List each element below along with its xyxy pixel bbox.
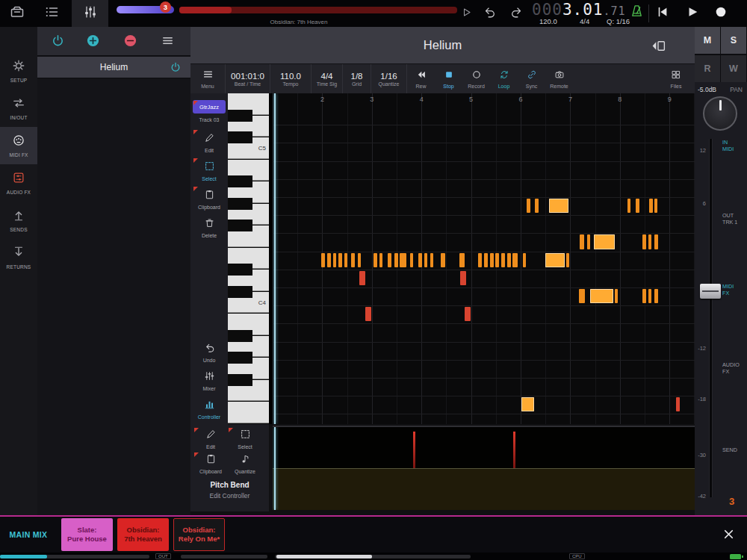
midi-note[interactable] [379,253,382,267]
midi-note[interactable] [648,289,651,303]
metronome-button[interactable] [628,4,645,20]
transport-sync-button[interactable]: Sync [518,64,545,93]
ruler-bar-label[interactable]: 3 [370,96,374,103]
piano-key-black[interactable] [228,131,252,143]
redo-button[interactable] [509,5,525,22]
tool-controller-button[interactable]: Controller [193,396,226,423]
ruler-bar-label[interactable]: 7 [568,96,572,103]
midi-note[interactable] [566,253,569,267]
toolbar-field-beat-time[interactable]: 001:01:0Beat / Time [226,64,270,93]
record-button[interactable] [713,5,729,22]
midi-note[interactable] [507,253,511,267]
play-outline-button[interactable] [458,5,474,22]
tool-select-button[interactable]: Select [228,427,262,451]
routing-label-send[interactable]: SEND [722,447,746,453]
sidebar-item-in-out[interactable]: IN/OUT [0,90,37,127]
midi-note[interactable] [358,253,361,267]
piano-key-black[interactable] [228,198,252,210]
midi-note[interactable] [321,253,325,267]
sidebar-item-sends[interactable]: SENDS [0,202,37,239]
pan-knob[interactable] [703,96,737,131]
midi-note[interactable] [327,253,331,267]
save-button[interactable] [9,5,25,22]
tool-edit-button[interactable]: Edit [193,427,228,451]
midi-note[interactable] [333,253,336,267]
piano-key-black[interactable] [228,175,252,187]
midi-note[interactable] [648,234,651,249]
power-icon[interactable] [170,61,182,76]
play-button[interactable] [684,5,701,22]
midi-note[interactable] [636,199,639,213]
midi-note[interactable] [590,289,613,303]
tool-edit-button[interactable]: Edit [193,129,226,156]
tool-clipboard-button[interactable]: Clipboard [193,452,228,476]
track-selector[interactable]: GtrJazzTrack 03 [193,95,226,128]
toolbar-field-quantize[interactable]: 1/16Quantize [371,64,407,93]
sidebar-item-audio-fx[interactable]: AUDIO FX [0,164,37,202]
midi-note[interactable] [365,307,371,321]
midi-note[interactable] [441,253,445,267]
pitch-bend-event[interactable] [513,432,515,468]
piano-roll-grid[interactable]: 23456789 [273,93,695,424]
piano-key-black[interactable] [228,330,252,342]
routing-label-outtrk1[interactable]: OUTTRK 1 [722,212,746,225]
tool-select-button[interactable]: Select [193,158,226,184]
midi-note[interactable] [418,253,422,267]
piano-key-black[interactable] [228,352,252,364]
midi-note[interactable] [580,234,584,249]
midi-note[interactable] [460,271,466,285]
controller-name[interactable]: Pitch Bend [190,481,269,489]
tab-slate-pure-house[interactable]: Slate:Pure House [61,518,113,551]
piano-key-black[interactable] [228,374,252,386]
fader-track[interactable] [709,139,713,497]
midi-note[interactable] [501,253,505,267]
sidebar-item-returns[interactable]: RETURNS [0,239,37,276]
midi-note[interactable] [400,253,406,267]
midi-note[interactable] [521,397,534,411]
piano-key-black[interactable] [228,264,252,276]
routing-label-inmidi[interactable]: INMIDI [722,139,746,152]
midi-note[interactable] [535,199,539,213]
tool-quantize-button[interactable]: Quantize [228,452,262,476]
midi-note[interactable] [594,234,615,249]
track-patch-badge[interactable]: GtrJazz [193,100,226,113]
piano-key-e3[interactable] [228,402,269,423]
position-display[interactable]: 0003.01.71 [532,1,626,19]
toolbar-field-grid[interactable]: 1/8Grid [343,64,371,93]
tool-clipboard-button[interactable]: Clipboard [193,186,226,213]
sidebar-item-setup[interactable]: SETUP [0,52,37,90]
skip-to-start-button[interactable] [654,5,671,22]
time-signature-value[interactable]: 4/4 [580,17,589,25]
pitch-bend-event[interactable] [413,432,415,468]
midi-note[interactable] [484,253,488,267]
quantize-value[interactable]: Q: 1/16 [607,17,630,25]
tool-undo-button[interactable]: Undo [193,339,226,366]
midi-note[interactable] [649,199,653,213]
midi-note[interactable] [654,234,658,249]
midi-note[interactable] [344,253,347,267]
channel-button-s[interactable]: S [721,27,746,54]
routing-label-audiofx[interactable]: AUDIOFX [722,361,746,375]
toolbar-field-time-sig[interactable]: 4/4Time Sig [311,64,343,93]
midi-note[interactable] [523,253,526,267]
midi-note[interactable] [627,199,630,213]
channel-button-w[interactable]: W [721,55,746,82]
midi-note[interactable] [410,253,413,267]
tool-delete-button[interactable]: Delete [193,214,226,241]
files-button[interactable]: Files [657,64,695,93]
song-list-button[interactable] [43,5,60,22]
mixer-view-button[interactable] [72,0,108,27]
transport-rew-button[interactable]: Rew [407,64,435,93]
midi-note[interactable] [351,253,355,267]
tab-main-mix[interactable]: MAIN MIX [0,530,57,539]
midi-note[interactable] [676,397,680,411]
midi-note[interactable] [394,253,398,267]
routing-label-midifx[interactable]: MIDIFX [722,283,746,296]
remove-track-button[interactable] [122,34,138,50]
midi-note[interactable] [459,253,465,267]
piano-key-black[interactable] [228,220,252,231]
piano-key-black[interactable] [228,286,252,298]
tempo-value[interactable]: 120.0 [539,17,557,25]
midi-note[interactable] [490,253,494,267]
transport-stop-button[interactable]: Stop [435,64,462,93]
